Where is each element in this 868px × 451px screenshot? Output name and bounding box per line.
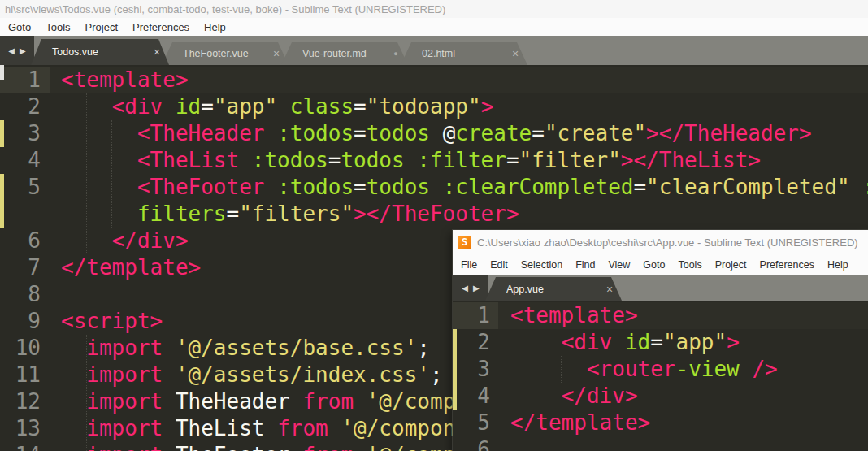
- line-number: 5: [453, 410, 498, 436]
- line-number: 10: [0, 335, 50, 362]
- tab-thefooter-vue[interactable]: TheFooter.vue×: [162, 42, 289, 65]
- code-line[interactable]: 6: [453, 436, 868, 451]
- menu-item-edit[interactable]: Edit: [484, 259, 514, 271]
- menu-item-find[interactable]: Find: [569, 259, 601, 271]
- line-number: 14: [0, 442, 50, 451]
- code-text: <router-view />: [498, 356, 868, 383]
- main-titlebar[interactable]: hi\src\views\Todos.vue (ceshi, combat-to…: [0, 0, 868, 18]
- tab-label: TheFooter.vue: [162, 48, 264, 59]
- code-line[interactable]: 3 <TheHeader :todos=todos @create="creat…: [0, 120, 868, 147]
- menu-item-file[interactable]: File: [454, 259, 484, 271]
- code-text: filters="filters"></TheFooter>: [50, 201, 868, 228]
- menu-item-help[interactable]: Help: [821, 259, 855, 271]
- menu-item-selection[interactable]: Selection: [514, 259, 569, 271]
- tab-label: Todos.vue: [31, 46, 145, 58]
- main-tabs: Todos.vue×TheFooter.vue×Vue-router.md●02…: [34, 39, 527, 65]
- code-text: <TheHeader :todos=todos @create="create"…: [50, 120, 868, 147]
- menu-item-preferences[interactable]: Preferences: [753, 259, 821, 271]
- code-line[interactable]: 4 <TheList :todos=todos :filter="filter"…: [0, 147, 868, 174]
- line-number: 13: [0, 415, 50, 442]
- code-line[interactable]: 5</template>: [453, 410, 868, 436]
- line-number: 11: [0, 362, 50, 388]
- code-text: <template>: [50, 67, 868, 93]
- line-number: 12: [0, 388, 50, 415]
- overlay-tabs: App.vue×: [488, 277, 622, 301]
- tab-scroll-left-icon[interactable]: ◀: [8, 46, 15, 55]
- menu-item-tools[interactable]: Tools: [671, 259, 708, 271]
- tab-label: App.vue: [485, 284, 597, 295]
- tab-scroll-right-icon[interactable]: ▶: [473, 284, 480, 293]
- code-line[interactable]: 4 </div>: [453, 383, 868, 410]
- menu-item-project[interactable]: Project: [78, 21, 125, 33]
- line-number: 7: [0, 254, 50, 281]
- line-number: 5: [0, 174, 50, 201]
- menu-item-help[interactable]: Help: [197, 21, 233, 33]
- tab-app-vue[interactable]: App.vue×: [485, 277, 622, 301]
- code-text: <TheFooter :todos=todos :clearCompleted=…: [50, 174, 868, 201]
- line-number: 3: [0, 120, 50, 147]
- tab-scroll-right-icon[interactable]: ▶: [20, 46, 26, 55]
- code-line[interactable]: 1<template>: [453, 302, 868, 329]
- code-text: <div id="app">: [498, 329, 868, 356]
- code-line[interactable]: filters="filters"></TheFooter>: [0, 201, 868, 228]
- menu-item-preferences[interactable]: Preferences: [125, 21, 197, 33]
- line-number: 4: [0, 147, 50, 174]
- modified-dot-icon: ●: [384, 50, 408, 58]
- code-line[interactable]: 5 <TheFooter :todos=todos :clearComplete…: [0, 174, 868, 201]
- line-number: 2: [453, 329, 498, 356]
- close-tab-icon[interactable]: ×: [145, 46, 169, 59]
- menu-item-goto[interactable]: Goto: [1, 21, 38, 33]
- menu-item-view[interactable]: View: [601, 259, 636, 271]
- tab-vue-router-md[interactable]: Vue-router.md●: [281, 42, 408, 65]
- sublime-icon: S: [458, 236, 471, 249]
- code-line[interactable]: 1<template>: [0, 67, 868, 93]
- code-text: </div>: [498, 383, 868, 410]
- line-number: [0, 201, 50, 228]
- line-number: 1: [453, 302, 498, 329]
- main-menu-bar: GotoToolsProjectPreferencesHelp: [0, 18, 868, 36]
- overlay-code-area: 1<template>2 <div id="app">3 <router-vie…: [453, 301, 868, 451]
- tab-todos-vue[interactable]: Todos.vue×: [31, 39, 169, 65]
- line-number: 6: [453, 436, 498, 451]
- close-tab-icon[interactable]: ×: [503, 47, 527, 60]
- code-text: <div id="app" class="todoapp">: [50, 93, 868, 120]
- menu-item-goto[interactable]: Goto: [636, 259, 671, 271]
- line-number: 8: [0, 281, 50, 308]
- main-window-title: hi\src\views\Todos.vue (ceshi, combat-to…: [5, 3, 445, 15]
- tab-label: 02.html: [401, 48, 503, 59]
- gutter-edge-highlight: [0, 65, 4, 80]
- main-tab-bar: ◀ ▶ Todos.vue×TheFooter.vue×Vue-router.m…: [0, 36, 868, 65]
- modified-line-marker: [453, 329, 457, 410]
- line-number: 2: [0, 93, 50, 120]
- code-text: <template>: [498, 302, 868, 329]
- overlay-menu-bar: FileEditSelectionFindViewGotoToolsProjec…: [453, 254, 868, 275]
- code-line[interactable]: 2 <div id="app" class="todoapp">: [0, 93, 868, 120]
- menu-item-tools[interactable]: Tools: [38, 21, 77, 33]
- code-line[interactable]: 3 <router-view />: [453, 356, 868, 383]
- tab-scroll-arrows[interactable]: ◀ ▶: [453, 275, 488, 301]
- overlay-editor[interactable]: 1<template>2 <div id="app">3 <router-vie…: [453, 301, 868, 451]
- overlay-window: S C:\Users\xiao zhao\Desktop\ceshi\src\A…: [453, 230, 868, 451]
- close-tab-icon[interactable]: ×: [597, 283, 622, 296]
- line-number: 4: [453, 383, 498, 410]
- menu-item-project[interactable]: Project: [709, 259, 753, 271]
- overlay-tab-bar: ◀ ▶ App.vue×: [453, 275, 868, 301]
- overlay-window-title: C:\Users\xiao zhao\Desktop\ceshi\src\App…: [477, 236, 858, 249]
- modified-line-marker: [0, 120, 4, 147]
- code-text: <TheList :todos=todos :filter="filter"><…: [50, 147, 868, 174]
- modified-line-marker: [0, 174, 4, 228]
- code-text: </template>: [498, 410, 868, 436]
- tab-02-html[interactable]: 02.html×: [401, 42, 527, 65]
- line-number: 6: [0, 228, 50, 254]
- code-text: [498, 436, 868, 451]
- overlay-titlebar[interactable]: S C:\Users\xiao zhao\Desktop\ceshi\src\A…: [453, 230, 868, 254]
- code-line[interactable]: 2 <div id="app">: [453, 329, 868, 356]
- line-number: 9: [0, 308, 50, 335]
- tab-scroll-arrows[interactable]: ◀ ▶: [0, 36, 34, 65]
- tab-label: Vue-router.md: [281, 48, 384, 59]
- tab-scroll-left-icon[interactable]: ◀: [462, 284, 468, 293]
- line-number: 3: [453, 356, 498, 383]
- line-number: 1: [0, 67, 50, 93]
